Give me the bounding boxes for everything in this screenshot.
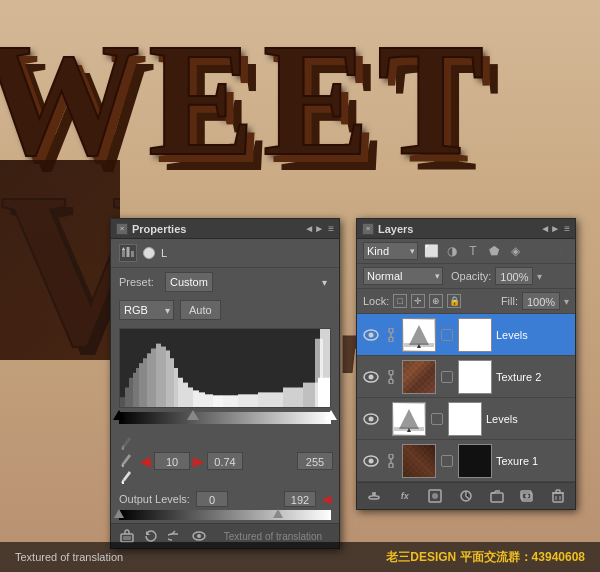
properties-titlebar: × Properties ◄► ≡ [111, 219, 339, 239]
svg-rect-4 [120, 397, 125, 407]
gray-point-eyedropper[interactable] [117, 453, 137, 469]
output-levels-row: Output Levels: 0 192 ◀ [111, 488, 339, 510]
svg-rect-23 [205, 394, 213, 407]
layer-mask-thumbnail [458, 444, 492, 478]
black-point-eyedropper[interactable] [117, 436, 137, 452]
filter-toggle-button[interactable]: ● [551, 242, 569, 260]
layers-titlebar: × Layers ◄► ≡ [357, 219, 575, 239]
link-layers-icon [367, 489, 381, 503]
layers-expand-button[interactable]: ◄► [540, 223, 560, 234]
eye-icon [363, 455, 379, 467]
fill-value[interactable]: 100% [522, 292, 560, 310]
svg-rect-1 [127, 247, 130, 257]
output-slider-track [119, 510, 331, 520]
lock-position-button[interactable]: ⊕ [429, 294, 443, 308]
layer-visibility-toggle[interactable] [362, 455, 380, 467]
white-eyedropper-icon [121, 471, 133, 485]
auto-button[interactable]: Auto [180, 300, 221, 320]
preset-row: Preset: Custom [111, 268, 339, 296]
slider-track [119, 412, 331, 424]
opacity-dropdown[interactable]: ▾ [537, 271, 542, 282]
layers-menu-button[interactable]: ≡ [564, 223, 570, 234]
properties-menu-button[interactable]: ≡ [328, 223, 334, 234]
layer-visibility-toggle[interactable] [362, 371, 380, 383]
output-highlight-handle[interactable] [273, 509, 283, 518]
link-layers-button[interactable] [363, 486, 385, 506]
midtone-value[interactable]: 0.74 [207, 452, 243, 470]
filter-adjustment-button[interactable]: ◑ [443, 242, 461, 260]
svg-rect-33 [122, 448, 124, 450]
shadow-value[interactable]: 10 [154, 452, 190, 470]
eye-icon [363, 371, 379, 383]
delete-layer-button[interactable] [547, 486, 569, 506]
black-eyedropper-icon [121, 437, 133, 451]
lock-transparent-button[interactable]: □ [393, 294, 407, 308]
svg-rect-73 [556, 490, 560, 493]
layer-thumbnail [402, 360, 436, 394]
bottom-bar-left-text: Textured of translation [15, 551, 123, 563]
lock-pixels-button[interactable]: ✛ [411, 294, 425, 308]
new-adjustment-button[interactable] [455, 486, 477, 506]
midtone-slider-handle[interactable] [187, 410, 199, 420]
channel-select[interactable]: RGB [119, 300, 174, 320]
layer-item[interactable]: Texture 2 [357, 356, 575, 398]
layers-title-text: Layers [378, 223, 413, 235]
layer-item[interactable]: Texure 1 [357, 440, 575, 482]
filter-shape-button[interactable]: ⬟ [485, 242, 503, 260]
filter-pixel-button[interactable]: ⬜ [422, 242, 440, 260]
add-mask-button[interactable] [424, 486, 446, 506]
input-levels-values-row: ◀ 10 ▶ 0.74 255 [111, 434, 339, 488]
new-group-button[interactable] [486, 486, 508, 506]
output-arrow: ◀ [322, 492, 331, 506]
svg-point-39 [197, 534, 201, 538]
properties-mode-dot[interactable] [143, 247, 155, 259]
kind-select[interactable]: Kind [363, 242, 418, 260]
svg-marker-3 [122, 247, 125, 250]
properties-panel: × Properties ◄► ≡ L Preset: Custom [110, 218, 340, 549]
highlight-value[interactable]: 255 [297, 452, 333, 470]
preset-select-wrapper: Custom [165, 272, 331, 292]
layer-name-area: Texure 1 [496, 455, 570, 467]
output-white-value[interactable]: 192 [284, 491, 316, 507]
svg-rect-34 [122, 465, 124, 467]
fill-dropdown[interactable]: ▾ [564, 296, 569, 307]
output-black-value[interactable]: 0 [196, 491, 228, 507]
levels-thumb-icon2 [394, 404, 424, 434]
chain-icon [386, 328, 396, 342]
svg-rect-27 [258, 392, 283, 407]
svg-rect-47 [404, 343, 434, 347]
layer-visibility-toggle[interactable] [362, 413, 380, 425]
layer-item[interactable]: Levels [357, 314, 575, 356]
blend-mode-select[interactable]: Normal [363, 267, 443, 285]
svg-point-54 [369, 416, 374, 421]
layers-close-button[interactable]: × [362, 223, 374, 235]
svg-rect-22 [199, 392, 205, 407]
preset-label: Preset: [119, 276, 159, 288]
white-point-eyedropper[interactable] [117, 470, 137, 486]
properties-expand-button[interactable]: ◄► [304, 223, 324, 234]
svg-rect-57 [394, 427, 424, 431]
new-layer-button[interactable] [516, 486, 538, 506]
properties-close-button[interactable]: × [116, 223, 128, 235]
svg-rect-13 [156, 344, 161, 407]
layer-item[interactable]: Levels [357, 398, 575, 440]
opacity-value[interactable]: 100% [495, 267, 533, 285]
highlight-slider-handle[interactable] [325, 410, 337, 420]
input-levels-slider[interactable] [119, 412, 331, 432]
layer-chain-icon [384, 328, 398, 342]
svg-rect-19 [183, 383, 188, 407]
layer-visibility-toggle[interactable] [362, 329, 380, 341]
add-fx-button[interactable]: fx [394, 486, 416, 506]
lock-all-button[interactable]: 🔒 [447, 294, 461, 308]
filter-text-button[interactable]: T [464, 242, 482, 260]
filter-icons-row: ⬜ ◑ T ⬟ ◈ [422, 242, 547, 260]
shadow-slider-handle[interactable] [113, 410, 125, 420]
svg-rect-11 [147, 353, 151, 407]
properties-title-left: × Properties [116, 223, 186, 235]
kind-select-wrapper: Kind [363, 242, 418, 260]
filter-smart-button[interactable]: ◈ [506, 242, 524, 260]
link-icon [441, 329, 453, 341]
output-shadow-handle[interactable] [114, 509, 124, 518]
svg-rect-10 [143, 358, 147, 407]
preset-select[interactable]: Custom [165, 272, 213, 292]
